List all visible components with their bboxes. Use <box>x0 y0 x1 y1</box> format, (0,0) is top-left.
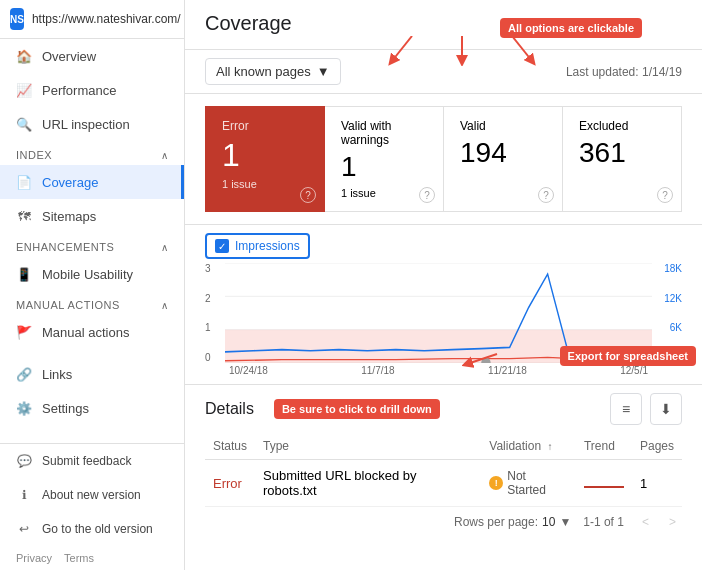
feedback-icon: 💬 <box>16 453 32 469</box>
col-status: Status <box>205 433 255 460</box>
x-label: 12/5/1 <box>620 365 648 376</box>
sidebar-item-label: Manual actions <box>42 325 129 340</box>
prev-page-button[interactable]: < <box>636 513 655 531</box>
cell-type: Submitted URL blocked by robots.txt <box>255 460 481 507</box>
sidebar-item-label: URL inspection <box>42 117 130 132</box>
x-axis: 10/24/18 11/7/18 11/21/18 12/5/1 <box>229 365 648 376</box>
sidebar-header[interactable]: NS https://www.nateshivar.com/ ▼ <box>0 0 184 39</box>
stat-label: Error <box>222 119 308 133</box>
y-label: 2 <box>205 293 221 304</box>
sidebar-item-about-new[interactable]: ℹ About new version <box>0 478 184 512</box>
trend-line <box>584 486 624 488</box>
filter-button[interactable]: ≡ <box>610 393 642 425</box>
stat-card-error[interactable]: Error 1 1 issue ? <box>205 106 325 212</box>
page-title: Coverage <box>205 12 682 35</box>
stat-value: 1 <box>222 137 308 174</box>
sidebar-item-label: Mobile Usability <box>42 267 133 282</box>
chevron-up-icon: ∧ <box>161 150 169 161</box>
stat-card-valid[interactable]: Valid 194 ? <box>444 106 563 212</box>
validation-text: Not Started <box>507 469 568 497</box>
x-label: 11/21/18 <box>488 365 527 376</box>
cell-pages: 1 <box>632 460 682 507</box>
stat-label: Valid <box>460 119 546 133</box>
mobile-icon: 📱 <box>16 266 32 282</box>
sidebar-item-settings[interactable]: ⚙️ Settings <box>0 391 184 425</box>
next-page-button[interactable]: > <box>663 513 682 531</box>
cell-trend <box>576 460 632 507</box>
section-label: Manual actions <box>16 299 120 311</box>
terms-link[interactable]: Terms <box>64 552 94 564</box>
gear-icon: ⚙️ <box>16 400 32 416</box>
col-type: Type <box>255 433 481 460</box>
col-validation[interactable]: Validation ↑ <box>481 433 576 460</box>
x-label: 10/24/18 <box>229 365 268 376</box>
info-icon: ? <box>419 187 435 203</box>
sidebar-item-label: About new version <box>42 488 141 502</box>
sidebar-item-manual-actions[interactable]: 🚩 Manual actions <box>0 315 184 349</box>
sidebar-item-old-version[interactable]: ↩ Go to the old version <box>0 512 184 546</box>
coverage-icon: 📄 <box>16 174 32 190</box>
sidebar-bottom: 💬 Submit feedback ℹ About new version ↩ … <box>0 443 184 570</box>
y-label: 3 <box>205 263 221 274</box>
sort-icon: ↑ <box>547 441 552 452</box>
impressions-label: Impressions <box>235 239 300 253</box>
sidebar-item-url-inspection[interactable]: 🔍 URL inspection <box>0 107 184 141</box>
main-content: Coverage All known pages ▼ Last updated:… <box>185 0 702 570</box>
index-section-header: Index ∧ <box>0 141 184 165</box>
impressions-checkbox: ✓ <box>215 239 229 253</box>
flag-icon: 🚩 <box>16 324 32 340</box>
performance-icon: 📈 <box>16 82 32 98</box>
y-label-right: 18K <box>656 263 682 274</box>
sidebar-item-links[interactable]: 🔗 Links <box>0 357 184 391</box>
stat-value: 361 <box>579 137 665 169</box>
filter-dropdown[interactable]: All known pages ▼ <box>205 58 341 85</box>
chart-area: ✓ Impressions 3 2 1 0 <box>185 225 702 385</box>
info-icon: ? <box>300 187 316 203</box>
sidebar-item-coverage[interactable]: 📄 Coverage <box>0 165 184 199</box>
download-icon: ⬇ <box>660 401 672 417</box>
chevron-up-icon: ∧ <box>161 300 169 311</box>
stat-card-valid-warnings[interactable]: Valid with warnings 1 1 issue ? <box>325 106 444 212</box>
y-label-right: 6K <box>656 322 682 333</box>
sidebar-item-submit-feedback[interactable]: 💬 Submit feedback <box>0 444 184 478</box>
stat-card-excluded[interactable]: Excluded 361 ? <box>563 106 682 212</box>
info-icon: ? <box>538 187 554 203</box>
stat-label: Valid with warnings <box>341 119 427 147</box>
stats-row: Error 1 1 issue ? Valid with warnings 1 … <box>185 94 702 225</box>
stat-label: Excluded <box>579 119 665 133</box>
cell-validation: ! Not Started <box>481 460 576 507</box>
site-url: https://www.nateshivar.com/ <box>32 12 181 26</box>
details-section: Details Be sure to click to drill down ≡… <box>185 385 702 570</box>
stat-value: 1 <box>341 151 427 183</box>
impressions-toggle[interactable]: ✓ Impressions <box>205 233 310 259</box>
sidebar-item-label: Overview <box>42 49 96 64</box>
y-label-right: 0 <box>656 352 682 363</box>
sidebar-item-label: Settings <box>42 401 89 416</box>
sidebar-item-label: Go to the old version <box>42 522 153 536</box>
table-row[interactable]: Error Submitted URL blocked by robots.tx… <box>205 460 682 507</box>
sidebar-item-sitemaps[interactable]: 🗺 Sitemaps <box>0 199 184 233</box>
stat-sublabel: 1 issue <box>222 178 308 190</box>
rows-dropdown-arrow[interactable]: ▼ <box>559 515 571 529</box>
sidebar-item-label: Sitemaps <box>42 209 96 224</box>
chart-axes: 3 2 1 0 <box>205 263 682 363</box>
chart-svg-area <box>225 263 652 363</box>
sitemaps-icon: 🗺 <box>16 208 32 224</box>
privacy-link[interactable]: Privacy <box>16 552 52 564</box>
sidebar-item-overview[interactable]: 🏠 Overview <box>0 39 184 73</box>
col-trend: Trend <box>576 433 632 460</box>
col-pages: Pages <box>632 433 682 460</box>
last-updated: Last updated: 1/14/19 <box>566 65 682 79</box>
enhancements-section-header: Enhancements ∧ <box>0 233 184 257</box>
rows-per-page-value[interactable]: 10 <box>542 515 555 529</box>
warning-icon: ! <box>489 476 503 490</box>
y-label-right: 12K <box>656 293 682 304</box>
sidebar: NS https://www.nateshivar.com/ ▼ 🏠 Overv… <box>0 0 185 570</box>
search-icon: 🔍 <box>16 116 32 132</box>
sidebar-item-mobile-usability[interactable]: 📱 Mobile Usability <box>0 257 184 291</box>
annotation-drill-down: Be sure to click to drill down <box>274 399 440 419</box>
download-button[interactable]: ⬇ <box>650 393 682 425</box>
sidebar-item-performance[interactable]: 📈 Performance <box>0 73 184 107</box>
link-icon: 🔗 <box>16 366 32 382</box>
y-axis-left: 3 2 1 0 <box>205 263 225 363</box>
